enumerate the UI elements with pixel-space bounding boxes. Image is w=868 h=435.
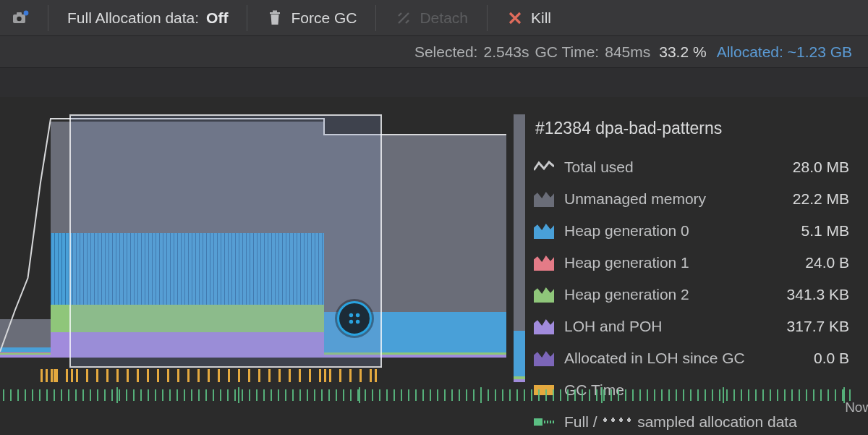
legend-label: Total used [564,159,783,176]
process-title: #12384 dpa-bad-patterns [535,119,849,138]
spacer-strip [0,68,868,97]
swatch-gen0 [534,223,554,239]
gc-pct: 33.2 % [659,43,706,61]
swatch-lohgc [534,350,554,366]
memory-chart[interactable]: Now [0,97,506,435]
legend-label: Allocated in LOH since GC [564,350,804,367]
swatch-unman [534,191,554,207]
svg-rect-4 [270,12,280,14]
svg-point-7 [357,314,359,317]
gc-time-label: GC Time: [535,43,600,61]
gc-tick-row [0,368,506,384]
detach-label: Detach [420,9,468,27]
legend-value: 317.7 KB [787,318,849,335]
svg-rect-5 [273,10,277,12]
toolbar-separator [48,5,48,31]
trash-icon [266,9,284,27]
swatch-loh [534,318,554,334]
legend-value: 5.1 MB [801,222,849,240]
detach-icon [395,9,412,27]
legend-value: 24.0 B [805,254,849,271]
legend-row-gen1[interactable]: Heap generation 124.0 B [534,247,849,279]
allocated-link[interactable]: Allocated: ~1.23 GB [717,43,852,61]
legend-row-loh[interactable]: LOH and POH317.7 KB [534,311,849,342]
hotspot-marker[interactable] [337,301,372,336]
legend-value: 22.2 MB [793,190,849,208]
close-icon [506,9,524,27]
force-gc-label: Force GC [291,9,357,27]
svg-point-6 [350,314,353,317]
legend-panel: #12384 dpa-bad-patterns Total used28.0 M… [534,97,868,435]
selected-value: 2.543s [483,43,529,61]
allocation-label: Full Allocation data: [67,9,199,27]
legend-row-full[interactable]: Full / ꞏꞏꞏꞏ sampled allocation data [534,406,849,435]
now-label: Now [845,400,868,415]
legend-label: Heap generation 0 [564,222,791,240]
kill-button[interactable]: Kill [496,5,561,31]
legend-label: Heap generation 2 [564,286,777,303]
kill-label: Kill [531,9,551,27]
gc-time-value: 845ms [605,43,650,61]
legend-label: Full / ꞏꞏꞏꞏ sampled allocation data [564,413,839,431]
detach-button: Detach [385,5,478,31]
legend-value: 341.3 KB [787,286,849,303]
legend-row-total[interactable]: Total used28.0 MB [534,151,849,183]
toolbar-separator [375,5,376,31]
time-selection[interactable] [69,114,382,368]
camera-gear-icon [12,9,29,27]
main-area: Now #12384 dpa-bad-patterns Total used28… [0,97,868,435]
timeline-axis[interactable]: Now [0,389,854,401]
svg-point-2 [17,16,21,20]
legend-label: Heap generation 1 [564,254,795,271]
allocation-toggle[interactable]: Full Allocation data: Off [57,5,238,31]
allocation-state: Off [206,9,228,27]
legend-label: Unmanaged memory [564,190,783,208]
svg-point-9 [357,321,359,324]
legend-value: 0.0 B [814,350,849,367]
toolbar-separator [487,5,488,31]
toolbar-separator [247,5,247,31]
legend-row-lohgc[interactable]: Allocated in LOH since GC0.0 B [534,342,849,374]
legend-label: LOH and POH [564,318,777,335]
swatch-gen2 [534,287,554,303]
swatch-total [534,159,554,175]
svg-point-8 [350,321,353,324]
swatch-gen1 [534,255,554,271]
status-bar: Selected: 2.543s GC Time: 845ms 33.2 % A… [0,36,868,68]
snapshot-button[interactable] [1,5,39,31]
legend-row-gen2[interactable]: Heap generation 2341.3 KB [534,279,849,311]
toolbar: Full Allocation data: Off Force GC Detac… [0,0,868,36]
legend-row-gen0[interactable]: Heap generation 05.1 MB [534,215,849,247]
legend-value: 28.0 MB [793,159,849,176]
selected-label: Selected: [414,43,478,61]
swatch-full [534,416,554,428]
current-stack-bar [514,114,525,382]
legend-row-unman[interactable]: Unmanaged memory22.2 MB [534,183,849,215]
svg-rect-1 [17,12,22,15]
force-gc-button[interactable]: Force GC [256,5,367,31]
